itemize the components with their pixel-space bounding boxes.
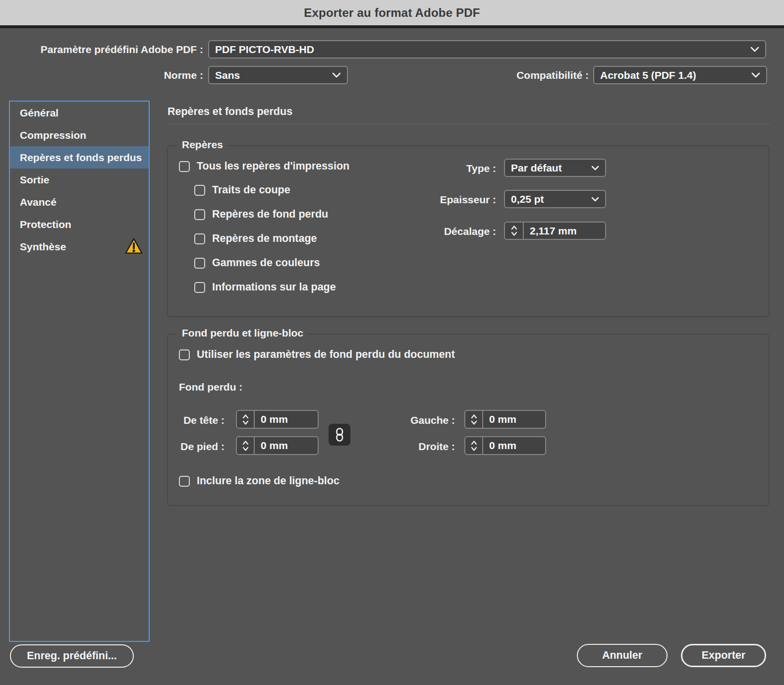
- checkbox-label: Gammes de couleurs: [212, 257, 320, 269]
- standard-dropdown[interactable]: Sans: [208, 66, 348, 84]
- standard-value: Sans: [209, 69, 332, 81]
- chevron-down-icon: [332, 72, 341, 78]
- sidebar-item-label: Sortie: [20, 174, 50, 186]
- bleed-marks-row: Repères de fond perdu: [194, 208, 328, 221]
- bleed-groupbox: Fond perdu et ligne-bloc Utiliser les pa…: [167, 334, 770, 506]
- chevron-down-icon: [751, 72, 760, 78]
- sidebar-item-label: Synthèse: [20, 241, 66, 253]
- chevron-down-icon: [591, 166, 599, 171]
- type-dropdown[interactable]: Par défaut: [504, 159, 606, 177]
- offset-label: Décalage :: [347, 226, 496, 237]
- sidebar-item-label: Général: [20, 107, 58, 119]
- bleed-right-field[interactable]: 0 mm: [464, 436, 546, 455]
- chain-link-icon: [333, 427, 346, 443]
- dialog-title: Exporter au format Adobe PDF: [304, 6, 480, 20]
- chevron-down-icon: [750, 47, 759, 52]
- stepper-arrows-icon[interactable]: [505, 223, 524, 239]
- page-information-row: Informations sur la page: [194, 281, 336, 293]
- color-bars-checkbox[interactable]: [194, 258, 205, 269]
- bleed-top-label: De tête :: [125, 414, 224, 426]
- sidebar-item-output[interactable]: Sortie: [10, 169, 149, 191]
- cancel-button[interactable]: Annuler: [577, 644, 668, 667]
- link-bleed-values-button[interactable]: [329, 424, 350, 446]
- bleed-left-value: 0 mm: [483, 413, 516, 425]
- checkbox-label: Informations sur la page: [212, 281, 336, 293]
- offset-value: 2,117 mm: [524, 225, 577, 237]
- checkbox-label: Repères de fond perdu: [212, 208, 328, 221]
- crop-marks-checkbox[interactable]: [194, 185, 205, 196]
- checkbox-label: Inclure la zone de ligne-bloc: [197, 475, 339, 487]
- preset-label: Paramètre prédéfini Adobe PDF :: [0, 44, 203, 56]
- use-document-bleed-checkbox[interactable]: [179, 349, 190, 360]
- bleed-marks-checkbox[interactable]: [194, 209, 205, 220]
- registration-marks-checkbox[interactable]: [194, 233, 205, 244]
- checkbox-label: Tous les repères d'impression: [197, 160, 349, 172]
- bleed-legend: Fond perdu et ligne-bloc: [177, 327, 308, 339]
- bleed-section-label: Fond perdu :: [179, 381, 242, 393]
- compatibility-value: Acrobat 5 (PDF 1.4): [594, 69, 751, 81]
- color-bars-row: Gammes de couleurs: [194, 257, 320, 269]
- bleed-left-label: Gauche :: [356, 414, 455, 426]
- sidebar-item-label: Compression: [20, 129, 86, 141]
- page-information-checkbox[interactable]: [194, 282, 205, 293]
- stepper-arrows-icon[interactable]: [237, 437, 255, 454]
- use-document-bleed-row: Utiliser les paramètres de fond perdu du…: [179, 348, 455, 361]
- sidebar-item-marks-and-bleeds[interactable]: Repères et fonds perdus: [10, 146, 149, 169]
- warning-icon: [125, 238, 143, 254]
- stepper-arrows-icon[interactable]: [465, 411, 483, 428]
- sidebar-item-general[interactable]: Général: [10, 102, 149, 124]
- registration-marks-row: Repères de montage: [194, 232, 317, 245]
- bleed-bottom-label: De pied :: [125, 441, 224, 453]
- type-value: Par défaut: [505, 162, 591, 174]
- bleed-right-label: Droite :: [356, 441, 455, 453]
- all-printer-marks-row: Tous les repères d'impression: [179, 160, 349, 172]
- crop-marks-row: Traits de coupe: [194, 184, 290, 196]
- weight-label: Epaisseur :: [347, 194, 496, 206]
- marks-legend: Repères: [177, 139, 228, 151]
- stepper-arrows-icon[interactable]: [465, 437, 483, 454]
- checkbox-label: Repères de montage: [212, 232, 317, 245]
- stepper-arrows-icon[interactable]: [237, 411, 255, 428]
- export-button[interactable]: Exporter: [681, 644, 766, 667]
- preset-dropdown[interactable]: PDF PICTO-RVB-HD: [208, 40, 766, 58]
- marks-groupbox: Repères Tous les repères d'impression Tr…: [167, 145, 770, 317]
- sidebar-item-compression[interactable]: Compression: [10, 124, 149, 146]
- sections-list: Général Compression Repères et fonds per…: [9, 101, 150, 642]
- bleed-bottom-value: 0 mm: [255, 440, 288, 452]
- export-pdf-dialog: Exporter au format Adobe PDF Paramètre p…: [0, 0, 784, 685]
- sidebar-item-label: Avancé: [20, 196, 56, 208]
- standard-label: Norme :: [0, 69, 203, 81]
- bleed-left-field[interactable]: 0 mm: [464, 410, 546, 429]
- sidebar-item-summary[interactable]: Synthèse: [10, 235, 149, 258]
- compatibility-label: Compatibilité :: [396, 69, 589, 81]
- include-slug-row: Inclure la zone de ligne-bloc: [179, 475, 339, 487]
- include-slug-checkbox[interactable]: [179, 476, 190, 487]
- chevron-down-icon: [591, 197, 599, 202]
- all-printer-marks-checkbox[interactable]: [179, 161, 190, 172]
- weight-dropdown[interactable]: 0,25 pt: [504, 190, 606, 208]
- page-title: Repères et fonds perdus: [168, 106, 292, 118]
- compatibility-dropdown[interactable]: Acrobat 5 (PDF 1.4): [593, 66, 767, 84]
- sidebar-item-advanced[interactable]: Avancé: [10, 191, 149, 213]
- bleed-right-value: 0 mm: [483, 440, 516, 452]
- offset-field[interactable]: 2,117 mm: [504, 222, 606, 240]
- bleed-bottom-field[interactable]: 0 mm: [236, 436, 319, 455]
- checkbox-label: Utiliser les paramètres de fond perdu du…: [197, 348, 455, 361]
- checkbox-label: Traits de coupe: [212, 184, 290, 196]
- type-label: Type :: [347, 163, 496, 174]
- weight-value: 0,25 pt: [505, 193, 591, 205]
- preset-value: PDF PICTO-RVB-HD: [209, 44, 750, 56]
- sidebar-item-label: Repères et fonds perdus: [20, 152, 142, 164]
- bleed-top-value: 0 mm: [255, 413, 288, 425]
- save-preset-button[interactable]: Enreg. prédéfini...: [10, 644, 134, 668]
- divider: [166, 124, 771, 124]
- sidebar-item-security[interactable]: Protection: [10, 213, 149, 235]
- dialog-titlebar: Exporter au format Adobe PDF: [0, 0, 784, 28]
- bleed-top-field[interactable]: 0 mm: [236, 410, 319, 429]
- sidebar-item-label: Protection: [20, 219, 71, 230]
